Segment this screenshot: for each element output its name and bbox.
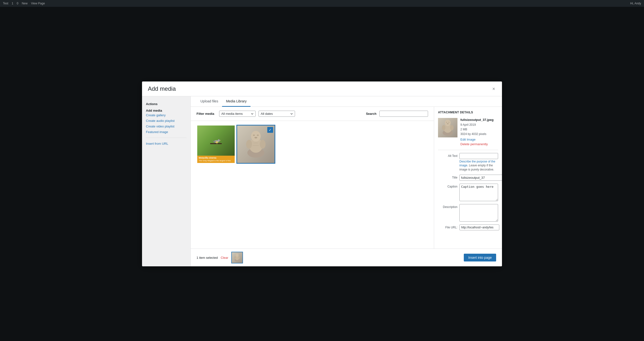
bird-image: Motacilla cinerea The Grey Wagtail is th… [197,126,235,163]
description-input[interactable] [460,204,498,222]
attachment-preview: fullsizeoutput_37.jpeg 9 April 2019 2 MB… [438,118,498,146]
svg-marker-7 [212,140,214,142]
main-content: Filter media All media items Images Audi… [191,107,434,248]
admin-bar-site[interactable]: Test [3,2,8,5]
sidebar-item-create-video-playlist[interactable]: Create video playlist [146,124,186,129]
alt-text-help: Describe the purpose of the image. Leave… [460,160,498,172]
footer-thumbnail [231,252,243,264]
media-grid-container: Motacilla cinerea The Grey Wagtail is th… [191,121,434,248]
attachment-details-title: ATTACHMENT DETAILS [438,111,498,114]
attachment-divider [438,150,498,150]
svg-point-12 [246,140,252,148]
insert-into-page-button[interactable]: Insert into page [464,254,496,262]
tabs: Upload files Media Library [191,96,502,107]
svg-point-32 [236,254,238,257]
alt-text-row: Alt Text Describe the purpose of the ima… [438,153,498,172]
modal-body: Actions Add media Create gallery Create … [142,96,502,266]
attachment-dimensions: 3024 by 4032 pixels [460,132,498,136]
modal-title: Add media [148,85,176,92]
description-label: Description [438,204,458,209]
svg-point-30 [234,256,236,259]
admin-bar-user: Hi, Andy [630,2,641,5]
modal-footer: 1 item selected Clear [191,248,502,266]
alt-text-label: Alt Text [438,153,458,158]
caption-label: Caption [438,184,458,188]
attachment-thumb-illustration [440,118,455,137]
sidebar: Actions Add media Create gallery Create … [142,96,191,266]
statue-illustration [244,128,268,160]
file-url-label: File URL: [438,226,458,229]
svg-point-27 [447,123,448,124]
svg-point-6 [219,140,219,140]
svg-marker-5 [220,140,221,141]
modal-header: Add media × [142,82,502,96]
description-row: Description [438,204,498,222]
sidebar-divider [146,138,186,138]
attachment-info: fullsizeoutput_37.jpeg 9 April 2019 2 MB… [460,118,498,146]
svg-point-17 [254,137,257,138]
file-url-row: File URL: [438,224,498,230]
search-label: Search [366,112,376,116]
attachment-thumbnail [438,118,458,138]
svg-point-25 [446,122,447,123]
media-item-statue[interactable]: ✓ [236,125,275,164]
svg-point-4 [216,141,218,143]
statue-check-icon: ✓ [267,127,273,133]
modal-overlay: Add media × Actions Add media Create gal… [0,0,644,341]
sidebar-item-featured-image[interactable]: Featured image [146,129,186,135]
admin-bar-left: Test 1 0 New View Page [3,2,45,5]
svg-point-31 [238,256,240,259]
actions-label: Actions [146,102,186,106]
svg-point-24 [445,120,451,126]
caption-input[interactable]: Caption goes here [460,184,498,201]
admin-bar-comments[interactable]: 1 [12,2,14,5]
filter-bar: Filter media All media items Images Audi… [191,107,434,121]
admin-bar-view-page[interactable]: View Page [31,2,45,5]
title-row: Title [438,175,498,181]
media-grid: Motacilla cinerea The Grey Wagtail is th… [196,125,428,164]
attachment-filesize: 2 MB [460,127,498,132]
svg-point-16 [257,134,259,136]
bird-caption: Motacilla cinerea The Grey Wagtail is th… [197,156,235,163]
sidebar-item-insert-from-url[interactable]: Insert from URL [146,141,186,146]
admin-bar-updates[interactable]: 0 [17,2,18,5]
sidebar-item-create-audio-playlist[interactable]: Create audio playlist [146,118,186,124]
sidebar-add-media: Add media [146,109,186,112]
add-media-modal: Add media × Actions Add media Create gal… [142,82,502,266]
sidebar-item-create-gallery[interactable]: Create gallery [146,112,186,118]
modal-close-button[interactable]: × [491,85,496,92]
media-type-filter[interactable]: All media items Images Audio Video Docum… [219,111,256,117]
svg-point-23 [450,125,454,130]
svg-point-26 [448,122,450,123]
selected-count: 1 item selected [196,256,218,260]
bird-illustration [210,136,222,146]
svg-point-13 [260,140,266,148]
title-input[interactable] [460,175,502,181]
caption-row: Caption Caption goes here [438,184,498,201]
attachment-filename: fullsizeoutput_37.jpeg [460,118,498,122]
attachment-date: 9 April 2019 [460,122,498,127]
tab-media-library[interactable]: Media Library [222,96,250,107]
date-filter[interactable]: All dates January 2019 April 2019 [258,111,295,117]
filter-media-label: Filter media [196,112,214,116]
alt-text-input[interactable] [460,153,498,159]
admin-bar: Test 1 0 New View Page Hi, Andy [0,0,644,7]
edit-image-link[interactable]: Edit Image [460,138,498,141]
svg-point-22 [442,125,445,130]
admin-bar-new[interactable]: New [22,2,28,5]
media-item-bird[interactable]: Motacilla cinerea The Grey Wagtail is th… [196,125,236,164]
attachment-panel: ATTACHMENT DETAILS [434,107,502,248]
file-url-input[interactable] [460,224,499,230]
title-label: Title [438,175,458,179]
tab-upload-files[interactable]: Upload files [196,96,222,107]
svg-point-14 [251,131,261,142]
clear-selection-button[interactable]: Clear [220,256,228,260]
svg-point-15 [253,134,255,136]
svg-rect-0 [210,143,222,144]
search-input[interactable] [380,111,428,117]
footer-thumb-illustration [234,253,241,262]
delete-permanently-link[interactable]: Delete permanently [460,142,498,146]
svg-point-2 [218,139,220,142]
